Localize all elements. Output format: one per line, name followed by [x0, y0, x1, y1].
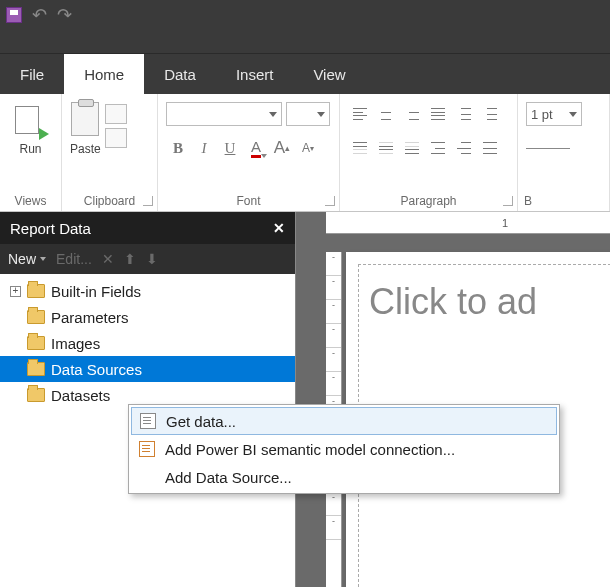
- run-label: Run: [19, 142, 41, 156]
- cut-button[interactable]: [105, 104, 127, 124]
- tree-item-label: Data Sources: [51, 361, 142, 378]
- font-family-combo[interactable]: [166, 102, 282, 126]
- ruler-mark: 1: [502, 217, 508, 229]
- new-button[interactable]: New: [8, 251, 46, 267]
- tab-view[interactable]: View: [293, 54, 365, 94]
- align-left-button[interactable]: [348, 102, 372, 126]
- folder-icon: [27, 388, 45, 402]
- menu-item-get-data[interactable]: Get data...: [131, 407, 557, 435]
- edit-button: Edit...: [56, 251, 92, 267]
- close-icon[interactable]: ✕: [273, 220, 285, 236]
- bold-button[interactable]: B: [166, 136, 190, 160]
- tree-item-data-sources[interactable]: Data Sources: [0, 356, 295, 382]
- tree-item-label: Datasets: [51, 387, 110, 404]
- folder-icon: [27, 362, 45, 376]
- get-data-icon: [140, 413, 156, 429]
- workspace: Report Data ✕ New Edit... ✕ ⬆ ⬇ + Built-…: [0, 212, 610, 587]
- ribbon-group-border: 1 pt B: [518, 94, 610, 211]
- tab-file[interactable]: File: [0, 54, 64, 94]
- menu-item-label: Get data...: [166, 413, 236, 430]
- copy-button[interactable]: [105, 128, 127, 148]
- design-canvas[interactable]: 1 ------------ Click to ad: [296, 212, 610, 587]
- underline-button[interactable]: U: [218, 136, 242, 160]
- align-middle-button[interactable]: [374, 136, 398, 160]
- tree-item-label: Images: [51, 335, 100, 352]
- menu-item-add-data-source[interactable]: Add Data Source...: [131, 463, 557, 491]
- menu-bar-spacer: [0, 30, 610, 54]
- report-data-header: Report Data ✕: [0, 212, 295, 244]
- ribbon-group-views: Run Views: [0, 94, 62, 211]
- ribbon-group-clipboard: Paste Clipboard: [62, 94, 158, 211]
- bullets-button[interactable]: [452, 102, 476, 126]
- tree-item-images[interactable]: Images: [0, 330, 295, 356]
- run-icon: [15, 106, 47, 138]
- move-down-icon: ⬇: [146, 251, 158, 267]
- save-icon[interactable]: [6, 7, 22, 23]
- redo-icon[interactable]: ↷: [57, 4, 72, 26]
- align-top-button[interactable]: [348, 136, 372, 160]
- paragraph-launcher-icon[interactable]: [503, 196, 513, 206]
- tab-data[interactable]: Data: [144, 54, 216, 94]
- delete-icon: ✕: [102, 251, 114, 267]
- ribbon-group-font: B I U A A▴ A▾ Font: [158, 94, 340, 211]
- tab-home[interactable]: Home: [64, 54, 144, 94]
- font-launcher-icon[interactable]: [325, 196, 335, 206]
- border-group-label: B: [518, 194, 609, 208]
- tree-item-label: Parameters: [51, 309, 129, 326]
- report-data-toolbar: New Edit... ✕ ⬆ ⬇: [0, 244, 295, 274]
- border-style-button[interactable]: [526, 148, 570, 149]
- ribbon: Run Views Paste Clipboard B I U A A▴: [0, 94, 610, 212]
- line-spacing-button[interactable]: [478, 136, 502, 160]
- tab-insert[interactable]: Insert: [216, 54, 294, 94]
- run-button[interactable]: Run: [15, 98, 47, 156]
- font-size-combo[interactable]: [286, 102, 330, 126]
- undo-icon[interactable]: ↶: [32, 4, 47, 26]
- expand-icon[interactable]: +: [10, 286, 21, 297]
- menu-item-label: Add Data Source...: [165, 469, 292, 486]
- tree-item-parameters[interactable]: Parameters: [0, 304, 295, 330]
- menu-item-add-powerbi-model[interactable]: Add Power BI semantic model connection..…: [131, 435, 557, 463]
- font-color-button[interactable]: A: [244, 136, 268, 160]
- align-center-button[interactable]: [374, 102, 398, 126]
- numbering-button[interactable]: [478, 102, 502, 126]
- folder-icon: [27, 336, 45, 350]
- folder-icon: [27, 310, 45, 324]
- paste-icon: [71, 102, 99, 136]
- increase-indent-button[interactable]: [452, 136, 476, 160]
- align-bottom-button[interactable]: [400, 136, 424, 160]
- align-right-button[interactable]: [400, 102, 424, 126]
- horizontal-ruler: 1: [326, 212, 610, 234]
- report-data-title: Report Data: [10, 220, 91, 237]
- move-up-icon: ⬆: [124, 251, 136, 267]
- report-data-panel: Report Data ✕ New Edit... ✕ ⬆ ⬇ + Built-…: [0, 212, 296, 587]
- ribbon-tabs: File Home Data Insert View: [0, 54, 610, 94]
- chevron-down-icon: [317, 112, 325, 117]
- views-group-label: Views: [0, 194, 61, 208]
- context-menu: Get data... Add Power BI semantic model …: [128, 404, 560, 494]
- semantic-model-icon: [139, 441, 155, 457]
- border-width-combo[interactable]: 1 pt: [526, 102, 582, 126]
- menu-item-label: Add Power BI semantic model connection..…: [165, 441, 455, 458]
- paragraph-group-label: Paragraph: [340, 194, 517, 208]
- tree-item-built-in-fields[interactable]: + Built-in Fields: [0, 278, 295, 304]
- title-placeholder[interactable]: Click to ad: [369, 281, 610, 323]
- title-bar: ↶ ↷: [0, 0, 610, 30]
- clipboard-launcher-icon[interactable]: [143, 196, 153, 206]
- font-group-label: Font: [158, 194, 339, 208]
- chevron-down-icon: [569, 112, 577, 117]
- grow-font-button[interactable]: A▴: [270, 136, 294, 160]
- folder-icon: [27, 284, 45, 298]
- shrink-font-button[interactable]: A▾: [296, 136, 320, 160]
- ribbon-group-paragraph: Paragraph: [340, 94, 518, 211]
- border-width-value: 1 pt: [531, 107, 553, 122]
- align-justify-button[interactable]: [426, 102, 450, 126]
- paste-label: Paste: [70, 142, 101, 156]
- paste-button[interactable]: Paste: [70, 102, 101, 156]
- tree-item-label: Built-in Fields: [51, 283, 141, 300]
- chevron-down-icon: [269, 112, 277, 117]
- italic-button[interactable]: I: [192, 136, 216, 160]
- decrease-indent-button[interactable]: [426, 136, 450, 160]
